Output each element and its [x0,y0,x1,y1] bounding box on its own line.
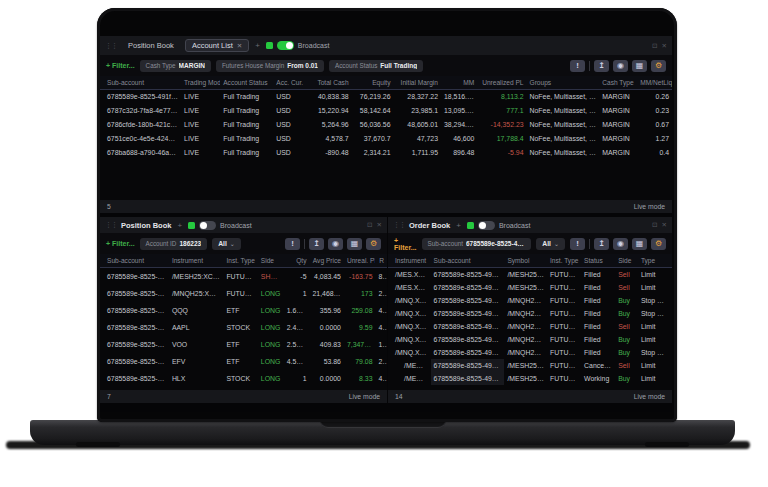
export-button[interactable]: ↥ [594,238,609,250]
column-header[interactable]: Total Cash [304,76,352,90]
column-header[interactable]: Inst. Type [223,254,257,268]
table-row[interactable]: /MES.XCME6785589e-8525-491f-81e3-…/MESH2… [388,359,672,372]
table-row[interactable]: /MES.XCME6785589e-8525-491f-81e3-…/MESH2… [388,281,672,294]
view-columns-button[interactable]: ◉ [613,238,628,250]
column-header[interactable]: Sub-account [100,76,181,90]
column-header[interactable]: Equity [352,76,394,90]
column-header[interactable]: Unreal. PL [344,254,376,268]
close-icon[interactable]: ✕ [662,42,667,50]
column-header[interactable]: Avg Price [309,254,343,268]
column-header[interactable]: Side [258,254,284,268]
table-row[interactable]: 6785589e-8525-491f-81e3-64a5eceab4c9/MES… [100,268,387,285]
column-header[interactable]: Inst. Type [547,254,581,268]
scope-dropdown[interactable]: All ⌄ [536,238,565,250]
filter-chip-futures-house-margin[interactable]: Futures House Margin From 0.01 [216,60,324,72]
column-header[interactable]: MM/NetLiq [637,76,672,90]
table-row[interactable]: 6787c32d-7fa8-4e77-0bc…LIVEFull TradingU… [100,104,672,118]
column-header[interactable]: Instrument [169,254,224,268]
filter-button[interactable]: + Filter... [394,237,417,251]
chevron-down-icon: ⌄ [230,240,235,247]
table-row[interactable]: 6786cfde-180b-421c-b63…LIVEFull TradingU… [100,118,672,132]
maximize-icon[interactable]: ⊡ [652,221,657,229]
column-header[interactable]: R [375,254,387,268]
add-tab-icon[interactable]: + [253,41,262,50]
table-row[interactable]: 6785589e-8525-491f-81e3-64a5eceab4c9HLXS… [100,370,387,387]
table-row[interactable]: 6785589e-8525-491f-81e3-64a5eceab4c9EFVE… [100,353,387,370]
table-row[interactable]: /MNQ.XCME6785589e-8525-491f-81e3-…/MNQH2… [388,307,672,320]
column-header[interactable]: Side [615,254,638,268]
sub-account-chip[interactable]: Sub-account 6785589e-8525-491f-81e3-64a5… [422,238,532,250]
tab-position-book[interactable]: Position Book [121,39,181,52]
close-icon[interactable]: ✕ [377,221,382,229]
drag-handle-icon[interactable]: ⋮⋮ [393,221,405,229]
column-header[interactable]: Symbol [504,254,547,268]
drag-handle-icon[interactable]: ⋮⋮ [105,221,117,229]
export-button[interactable]: ↥ [309,238,324,250]
table-row[interactable]: /MNQ.XCME6785589e-8525-491f-81e3-…/MNQH2… [388,346,672,359]
maximize-icon[interactable]: ⊡ [367,221,372,229]
cell: 678ba688-a790-46a8-8cb… [100,146,181,160]
filter-button[interactable]: + Filter... [106,240,135,247]
broadcast-toggle[interactable] [277,41,294,50]
export-button[interactable]: ↥ [594,60,609,72]
table-row[interactable]: /MNQ.XCME6785589e-8525-491f-81e3-…/MNQH2… [388,320,672,333]
view-columns-button[interactable]: ◉ [328,238,343,250]
info-button[interactable]: ! [570,238,585,250]
filter-button[interactable]: + Filter... [106,62,135,69]
table-row[interactable]: 6785589e-8525-491f-81e3-64a5eceab4c9LIVE… [100,90,672,104]
grid-button[interactable]: ▦ [347,238,362,250]
column-header[interactable]: Groups [527,76,600,90]
add-tab-icon[interactable]: + [175,221,184,230]
table-row[interactable]: /MES.XCME6785589e-8525-491f-81e3-…/MESH2… [388,372,672,385]
column-header[interactable]: Account Status [220,76,273,90]
column-header[interactable]: Unrealized PL [477,76,526,90]
settings-button[interactable]: ⚙ [651,238,666,250]
close-icon[interactable]: ✕ [662,221,667,229]
grid-button[interactable]: ▦ [632,238,647,250]
table-row[interactable]: /MES.XCME6785589e-8525-491f-81e3-…/MESH2… [388,268,672,281]
tab-close-icon[interactable]: ✕ [237,42,242,50]
filter-chip-cash-type[interactable]: Cash Type MARGIN [140,60,211,72]
settings-button[interactable]: ⚙ [366,238,381,250]
table-row[interactable]: 6785589e-8525-491f-81e3-64a5eceab4c9AAPL… [100,319,387,336]
table-row[interactable]: /MNQ.XCME6785589e-8525-491f-81e3-…/MNQH2… [388,333,672,346]
column-header[interactable]: Sub-account [431,254,505,268]
add-tab-icon[interactable]: + [454,221,463,230]
column-header[interactable]: Sub-account [100,254,169,268]
table-row[interactable]: 6785589e-8525-491f-81e3-64a5eceab4c9QQQE… [100,302,387,319]
column-header[interactable]: Qty [284,254,310,268]
column-header[interactable]: Acc. Cur. [273,76,304,90]
table-row[interactable]: /MNQ.XCME6785589e-8525-491f-81e3-…/MNQH2… [388,294,672,307]
column-header[interactable]: Status [581,254,615,268]
broadcast-toggle[interactable] [478,221,495,230]
table-row[interactable]: 6785589e-8525-491f-81e3-64a5eceab4c9VOOE… [100,336,387,353]
column-header[interactable]: Instrument [388,254,431,268]
column-header[interactable]: MM [441,76,477,90]
info-button[interactable]: ! [570,60,585,72]
grid-button[interactable]: ▦ [632,60,647,72]
account-id-chip[interactable]: Account ID 186223 [140,238,208,250]
cell: Full Trading [220,146,273,160]
broadcast-group-indicator[interactable] [188,222,195,229]
column-header[interactable]: Trading Mode [181,76,220,90]
scope-dropdown[interactable]: All ⌄ [212,238,241,250]
column-header[interactable]: Cash Type [599,76,637,90]
maximize-icon[interactable]: ⊡ [652,42,657,50]
info-button[interactable]: ! [285,238,300,250]
account-status-bar: 5 Live mode [100,200,672,213]
table-row[interactable]: 6751ce0c-4e5e-4240-943…LIVEFull TradingU… [100,132,672,146]
column-header[interactable]: Type [638,254,672,268]
broadcast-toggle[interactable] [199,221,216,230]
drag-handle-icon[interactable]: ⋮⋮ [105,42,117,50]
column-header[interactable]: Initial Margin [393,76,441,90]
trading-app: ⋮⋮ Position Book Account List ✕ + Broadc… [100,36,672,412]
view-columns-button[interactable]: ◉ [613,60,628,72]
settings-button[interactable]: ⚙ [651,60,666,72]
table-row[interactable]: 678ba688-a790-46a8-8cb…LIVEFull TradingU… [100,146,672,160]
tab-account-list[interactable]: Account List ✕ [185,39,249,52]
broadcast-group-indicator[interactable] [467,222,474,229]
cell: Limit [638,372,672,385]
broadcast-group-indicator[interactable] [266,42,273,49]
filter-chip-account-status[interactable]: Account Status Full Trading [329,60,423,72]
table-row[interactable]: 6785589e-8525-491f-81e3-64a5eceab4c9/MNQ… [100,285,387,302]
